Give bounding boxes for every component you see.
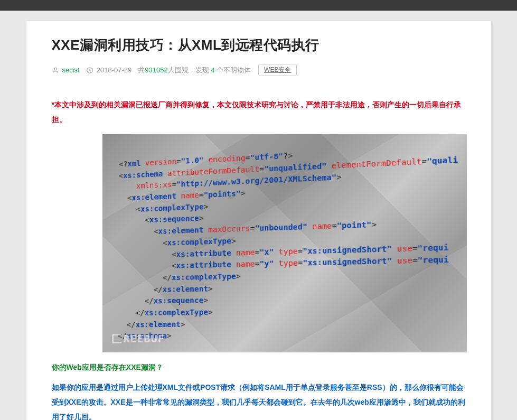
meta-prefix: 共 <box>138 66 145 74</box>
article-title: XXE漏洞利用技巧：从XML到远程代码执行 <box>52 36 468 54</box>
top-bar <box>0 0 517 11</box>
watermark: REEBUF <box>112 332 165 345</box>
code-illustration: <?xml version="1.0" encoding="utf-8"?><x… <box>102 134 467 352</box>
code-block: <?xml version="1.0" encoding="utf-8"?><x… <box>117 140 466 342</box>
intro-paragraph: 如果你的应用是通过用户上传处理XML文件或POST请求（例如将SAML用于单点登… <box>52 380 468 420</box>
publish-date: 2018-07-29 <box>97 66 132 74</box>
clock-icon <box>86 67 93 74</box>
view-count: 931052 <box>145 66 167 74</box>
article-container: XXE漏洞利用技巧：从XML到远程代码执行 secist 2018-07-29 … <box>26 21 491 420</box>
watermark-text: REEBUF <box>124 332 165 345</box>
lead-question: 你的Web应用是否存在XXE漏洞？ <box>52 363 468 372</box>
meta-mid: 人围观，发现 <box>168 66 211 74</box>
author-link[interactable]: secist <box>62 66 80 74</box>
category-tag[interactable]: WEB安全 <box>258 64 297 76</box>
disclaimer-text: *本文中涉及到的相关漏洞已报送厂商并得到修复，本文仅限技术研究与讨论，严禁用于非… <box>52 97 468 127</box>
svg-point-0 <box>54 68 57 70</box>
article-meta: secist 2018-07-29 共931052人围观，发现 4 个不明物体 … <box>52 64 468 76</box>
watermark-logo-icon <box>112 334 121 343</box>
user-icon <box>52 67 59 74</box>
meta-suffix: 个不明物体 <box>214 66 251 74</box>
